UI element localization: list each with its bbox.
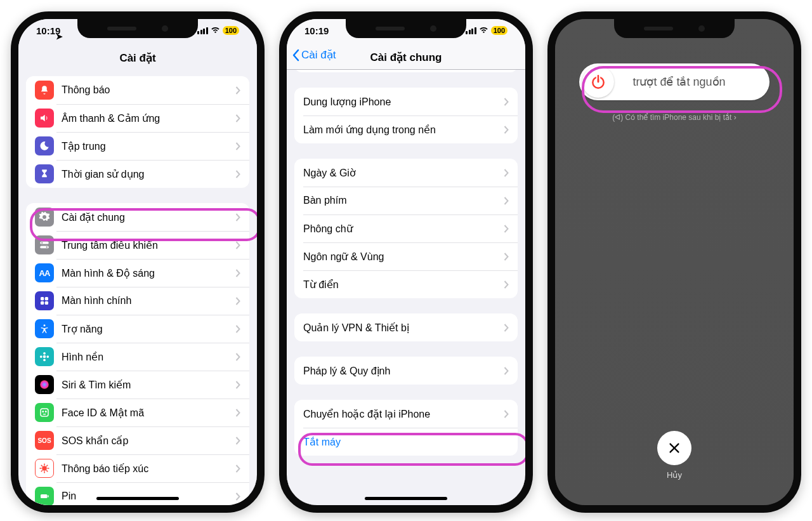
nav-title: Cài đặt chung [370, 51, 442, 64]
chevron-right-icon [235, 241, 240, 249]
phone-general: Cài đặt Cài đặt chung Dung lượng iPhoneL… [279, 11, 533, 513]
chevron-right-icon [235, 465, 240, 473]
settings-row-siri[interactable]: Siri & Tìm kiếm [26, 371, 249, 399]
row-label: Trung tâm điều khiển [62, 239, 235, 251]
settings-row-access[interactable]: Trợ năng [26, 315, 249, 343]
settings-row-bell[interactable]: Thông báo [26, 76, 249, 104]
settings-row[interactable]: Dung lượng iPhone [294, 88, 518, 115]
settings-row-batt[interactable]: Pin [26, 482, 249, 505]
chevron-right-icon [235, 269, 240, 277]
settings-row-moon[interactable]: Tập trung [26, 132, 249, 160]
settings-row-cut[interactable] [294, 70, 518, 72]
siri-icon [35, 375, 54, 394]
settings-group-storage: Dung lượng iPhoneLàm mới ứng dụng trong … [294, 88, 518, 143]
settings-screen: Cài đặt Thông báoÂm thanh & Cảm ứngTập t… [18, 19, 257, 505]
settings-row-covid[interactable]: Thông báo tiếp xúc [26, 454, 249, 482]
settings-row-face[interactable]: Face ID & Mật mã [26, 399, 249, 426]
settings-content[interactable]: Thông báoÂm thanh & Cảm ứngTập trungThời… [18, 70, 257, 505]
home-indicator[interactable] [96, 497, 179, 500]
svg-point-11 [43, 359, 46, 361]
svg-rect-4 [41, 297, 44, 300]
row-label: Tập trung [62, 140, 235, 152]
settings-row-switches[interactable]: Trung tâm điều khiển [26, 231, 249, 259]
settings-row[interactable]: Bàn phím [294, 187, 518, 214]
settings-group-vpn: Quản lý VPN & Thiết bị [294, 313, 518, 341]
svg-point-18 [42, 466, 47, 471]
settings-row-aa[interactable]: AAMàn hình & Độ sáng [26, 259, 249, 287]
svg-point-2 [41, 242, 43, 244]
settings-row-sos[interactable]: SOSSOS khẩn cấp [26, 426, 249, 454]
settings-group-cut [294, 70, 518, 72]
svg-rect-15 [41, 409, 48, 416]
battery-indicator: 100 [491, 26, 508, 35]
row-label: Thông báo [62, 84, 235, 96]
settings-row-flower[interactable]: Hình nền [26, 343, 249, 371]
settings-row[interactable]: Quản lý VPN & Thiết bị [294, 313, 518, 341]
cancel-button[interactable] [657, 431, 691, 465]
row-label: Pin [62, 491, 235, 502]
settings-row[interactable]: Làm mới ứng dụng trong nền [294, 115, 518, 143]
settings-row[interactable]: Ngôn ngữ & Vùng [294, 242, 518, 270]
svg-rect-7 [45, 301, 48, 305]
chevron-right-icon [235, 86, 240, 95]
row-label: Hình nền [62, 351, 235, 363]
back-button[interactable]: Cài đặt [292, 48, 336, 62]
settings-row[interactable]: Tắt máy [294, 428, 518, 456]
cellular-icon [197, 27, 208, 34]
chevron-right-icon [235, 325, 240, 333]
settings-row-grid[interactable]: Màn hình chính [26, 287, 249, 315]
chevron-right-icon [504, 98, 509, 106]
chevron-right-icon [504, 126, 509, 134]
access-icon [35, 319, 54, 338]
general-screen: Cài đặt Cài đặt chung Dung lượng iPhoneL… [287, 19, 525, 505]
settings-row[interactable]: Ngày & Giờ [294, 159, 518, 187]
row-label: SOS khẩn cấp [62, 435, 235, 447]
row-label: Từ điển [303, 279, 504, 291]
wifi-icon [479, 27, 488, 34]
chevron-right-icon [235, 353, 240, 361]
row-label: Màn hình & Độ sáng [62, 267, 235, 279]
general-content[interactable]: Dung lượng iPhoneLàm mới ứng dụng trong … [287, 70, 525, 505]
find-iphone-note[interactable]: (ᐊ) Có thể tìm iPhone sau khi bị tắt › [555, 113, 794, 122]
chevron-right-icon [235, 381, 240, 389]
row-label: Cài đặt chung [62, 211, 235, 223]
slide-to-poweroff[interactable]: trượt để tắt nguồn [579, 63, 769, 100]
settings-row[interactable]: Phông chữ [294, 214, 518, 242]
slide-label: trượt để tắt nguồn [614, 75, 769, 89]
svg-point-14 [40, 380, 49, 389]
svg-point-8 [44, 324, 46, 326]
svg-rect-5 [45, 297, 48, 300]
svg-line-24 [46, 470, 48, 472]
moon-icon [35, 136, 54, 155]
chevron-right-icon [235, 409, 240, 417]
settings-row-hourglass[interactable]: Thời gian sử dụng [26, 160, 249, 188]
settings-row[interactable]: Pháp lý & Quy định [294, 357, 518, 385]
svg-line-23 [41, 465, 43, 466]
back-label: Cài đặt [301, 48, 336, 62]
settings-row[interactable]: Chuyển hoặc đặt lại iPhone [294, 400, 518, 428]
row-label: Face ID & Mật mã [62, 407, 235, 419]
svg-point-10 [43, 352, 46, 355]
settings-row-gear[interactable]: Cài đặt chung [26, 203, 249, 231]
row-label: Ngày & Giờ [303, 167, 504, 179]
svg-rect-27 [41, 494, 48, 498]
cellular-icon [466, 27, 476, 34]
phone-frame: Cài đặt Thông báoÂm thanh & Cảm ứngTập t… [11, 11, 265, 513]
switches-icon [35, 235, 54, 254]
svg-rect-28 [48, 496, 49, 498]
row-label: Phông chữ [303, 223, 504, 235]
aa-icon: AA [35, 263, 54, 282]
home-indicator[interactable] [365, 497, 447, 500]
chevron-right-icon [504, 169, 509, 177]
svg-line-25 [46, 465, 48, 466]
phone-frame: Cài đặt Cài đặt chung Dung lượng iPhoneL… [279, 11, 533, 513]
settings-row[interactable]: Từ điển [294, 270, 518, 298]
power-icon[interactable] [582, 66, 614, 98]
phone-frame: trượt để tắt nguồn (ᐊ) Có thể tìm iPhone… [547, 11, 801, 513]
row-label: Thông báo tiếp xúc [62, 463, 235, 475]
phone-poweroff: trượt để tắt nguồn (ᐊ) Có thể tìm iPhone… [547, 11, 801, 513]
settings-row-sound[interactable]: Âm thanh & Cảm ứng [26, 104, 249, 132]
svg-line-26 [41, 470, 43, 472]
settings-group-notifications: Thông báoÂm thanh & Cảm ứngTập trungThời… [26, 76, 249, 188]
chevron-right-icon [235, 297, 240, 305]
